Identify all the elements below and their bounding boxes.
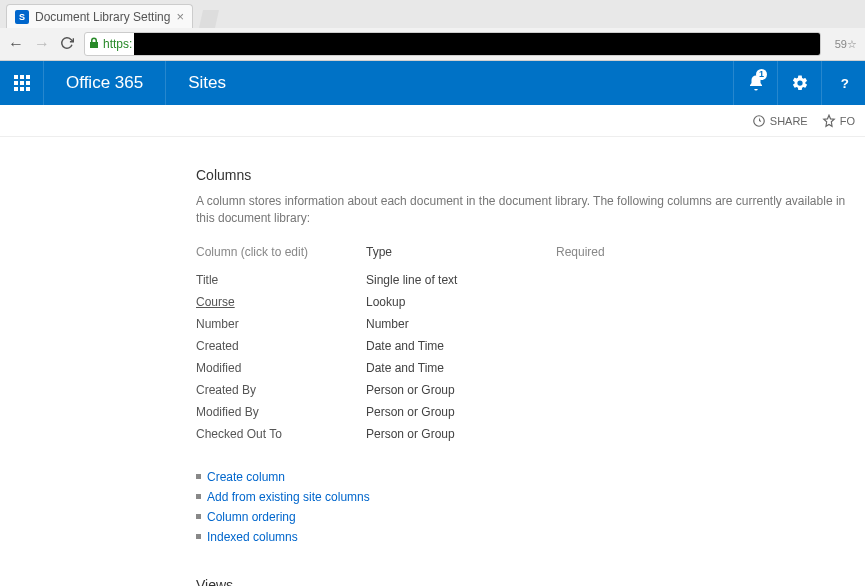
bullet-icon bbox=[196, 514, 201, 519]
column-ordering-link[interactable]: Column ordering bbox=[196, 507, 865, 527]
table-row: NumberNumber bbox=[196, 313, 865, 335]
add-existing-columns-link[interactable]: Add from existing site columns bbox=[196, 487, 865, 507]
notifications-button[interactable]: 1 bbox=[733, 61, 777, 105]
table-row: TitleSingle line of text bbox=[196, 269, 865, 291]
column-required bbox=[556, 339, 676, 353]
bullet-icon bbox=[196, 494, 201, 499]
page-action-bar: SHARE FO bbox=[0, 105, 865, 137]
column-required bbox=[556, 295, 676, 309]
share-icon bbox=[752, 114, 766, 128]
svg-text:?: ? bbox=[840, 76, 848, 91]
url-redacted bbox=[134, 33, 819, 55]
column-name-link[interactable]: Course bbox=[196, 295, 366, 309]
forward-button: → bbox=[34, 35, 50, 53]
columns-heading: Columns bbox=[196, 167, 865, 183]
column-required bbox=[556, 427, 676, 441]
header-type: Type bbox=[366, 245, 556, 259]
column-type: Date and Time bbox=[366, 361, 556, 375]
column-required bbox=[556, 273, 676, 287]
table-row: CreatedDate and Time bbox=[196, 335, 865, 357]
column-type: Person or Group bbox=[366, 383, 556, 397]
share-button[interactable]: SHARE bbox=[752, 114, 808, 128]
create-column-link[interactable]: Create column bbox=[196, 467, 865, 487]
column-required bbox=[556, 317, 676, 331]
tab-title: Document Library Setting bbox=[35, 10, 170, 24]
column-action-links: Create column Add from existing site col… bbox=[196, 467, 865, 547]
waffle-icon bbox=[14, 75, 30, 91]
views-section: Views A view of a document library allow… bbox=[196, 577, 865, 586]
table-row: ModifiedDate and Time bbox=[196, 357, 865, 379]
bullet-icon bbox=[196, 534, 201, 539]
header-required: Required bbox=[556, 245, 676, 259]
notification-badge: 1 bbox=[756, 69, 767, 80]
url-bar[interactable]: https: bbox=[84, 32, 821, 56]
column-name-link[interactable]: Number bbox=[196, 317, 366, 331]
column-required bbox=[556, 361, 676, 375]
column-name-link[interactable]: Checked Out To bbox=[196, 427, 366, 441]
lock-icon bbox=[85, 37, 103, 52]
browser-chrome: S Document Library Setting × ← → https: … bbox=[0, 0, 865, 61]
column-required bbox=[556, 383, 676, 397]
column-required bbox=[556, 405, 676, 419]
columns-table-header: Column (click to edit) Type Required bbox=[196, 241, 865, 263]
columns-description: A column stores information about each d… bbox=[196, 193, 865, 227]
new-tab-button[interactable] bbox=[199, 10, 219, 28]
column-name-link[interactable]: Title bbox=[196, 273, 366, 287]
column-name-link[interactable]: Modified bbox=[196, 361, 366, 375]
settings-button[interactable] bbox=[777, 61, 821, 105]
sharepoint-favicon-icon: S bbox=[15, 10, 29, 24]
indexed-columns-link[interactable]: Indexed columns bbox=[196, 527, 865, 547]
brand-label[interactable]: Office 365 bbox=[44, 61, 166, 105]
browser-tab[interactable]: S Document Library Setting × bbox=[6, 4, 193, 28]
bullet-icon bbox=[196, 474, 201, 479]
close-tab-icon[interactable]: × bbox=[176, 9, 184, 24]
app-launcher-button[interactable] bbox=[0, 61, 44, 105]
gear-icon bbox=[791, 74, 809, 92]
app-name-label[interactable]: Sites bbox=[166, 61, 248, 105]
table-row: CourseLookup bbox=[196, 291, 865, 313]
column-type: Single line of text bbox=[366, 273, 556, 287]
suite-bar: Office 365 Sites 1 ? bbox=[0, 61, 865, 105]
table-row: Checked Out ToPerson or Group bbox=[196, 423, 865, 445]
reload-button[interactable] bbox=[60, 36, 74, 53]
help-button[interactable]: ? bbox=[821, 61, 865, 105]
column-type: Lookup bbox=[366, 295, 556, 309]
columns-section: Columns A column stores information abou… bbox=[196, 167, 865, 547]
follow-button[interactable]: FO bbox=[822, 114, 855, 128]
column-type: Person or Group bbox=[366, 405, 556, 419]
column-type: Person or Group bbox=[366, 427, 556, 441]
nav-bar: ← → https: 59☆ bbox=[0, 28, 865, 60]
column-name-link[interactable]: Created By bbox=[196, 383, 366, 397]
table-row: Created ByPerson or Group bbox=[196, 379, 865, 401]
table-row: Modified ByPerson or Group bbox=[196, 401, 865, 423]
header-column-name: Column (click to edit) bbox=[196, 245, 366, 259]
views-heading: Views bbox=[196, 577, 865, 586]
column-name-link[interactable]: Created bbox=[196, 339, 366, 353]
columns-table: Column (click to edit) Type Required Tit… bbox=[196, 241, 865, 445]
tab-strip: S Document Library Setting × bbox=[0, 0, 865, 28]
page-content: Columns A column stores information abou… bbox=[0, 137, 865, 586]
column-type: Date and Time bbox=[366, 339, 556, 353]
back-button[interactable]: ← bbox=[8, 35, 24, 53]
column-type: Number bbox=[366, 317, 556, 331]
url-scheme: https: bbox=[103, 37, 134, 51]
url-suffix: 59☆ bbox=[831, 38, 857, 51]
help-icon: ? bbox=[836, 75, 852, 91]
star-icon bbox=[822, 114, 836, 128]
column-name-link[interactable]: Modified By bbox=[196, 405, 366, 419]
